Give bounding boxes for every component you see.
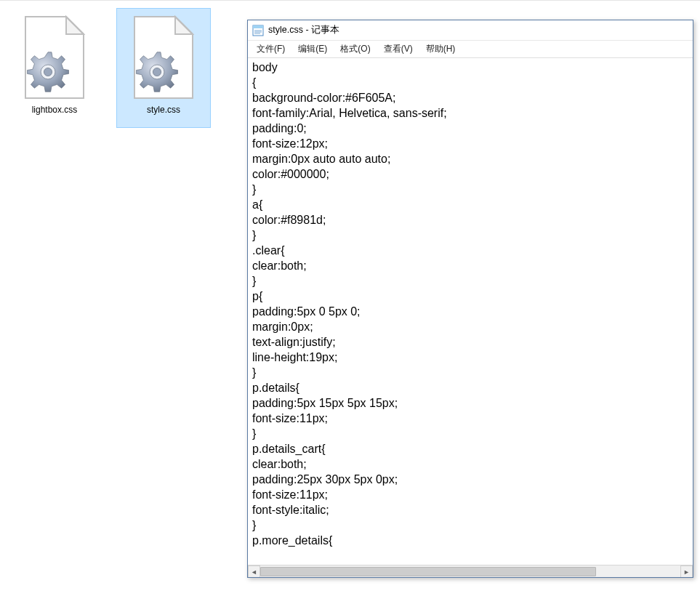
notepad-icon <box>252 25 264 36</box>
menu-help[interactable]: 帮助(H) <box>420 41 462 57</box>
css-file-icon <box>18 15 91 102</box>
titlebar[interactable]: style.css - 记事本 <box>248 20 693 41</box>
menu-format[interactable]: 格式(O) <box>334 41 376 57</box>
file-label: style.css <box>147 105 180 115</box>
editor-area: body { background-color:#6F605A; font-fa… <box>248 58 693 577</box>
svg-point-1 <box>44 68 52 76</box>
text-editor[interactable]: body { background-color:#6F605A; font-fa… <box>248 58 693 565</box>
file-label: lightbox.css <box>32 105 78 115</box>
file-grid: lightbox.css <box>7 8 211 128</box>
explorer-window: lightbox.css <box>0 0 700 596</box>
horizontal-scrollbar[interactable]: ◄ ► <box>248 565 693 577</box>
menu-view[interactable]: 查看(V) <box>378 41 419 57</box>
file-item-lightbox-css[interactable]: lightbox.css <box>7 8 102 128</box>
menu-file[interactable]: 文件(F) <box>251 41 291 57</box>
file-item-style-css[interactable]: style.css <box>116 8 211 128</box>
menubar: 文件(F) 编辑(E) 格式(O) 查看(V) 帮助(H) <box>248 41 693 58</box>
scroll-right-arrow-icon[interactable]: ► <box>680 565 693 577</box>
css-file-icon <box>127 15 200 102</box>
gear-icon <box>25 49 71 94</box>
svg-rect-5 <box>253 25 263 28</box>
notepad-window: style.css - 记事本 文件(F) 编辑(E) 格式(O) 查看(V) … <box>247 20 693 578</box>
scroll-thumb[interactable] <box>260 567 596 576</box>
svg-point-3 <box>153 68 161 76</box>
gear-icon <box>134 49 180 94</box>
scroll-left-arrow-icon[interactable]: ◄ <box>248 565 260 577</box>
window-title: style.css - 记事本 <box>268 24 339 36</box>
scroll-track[interactable] <box>260 565 680 577</box>
menu-edit[interactable]: 编辑(E) <box>292 41 333 57</box>
